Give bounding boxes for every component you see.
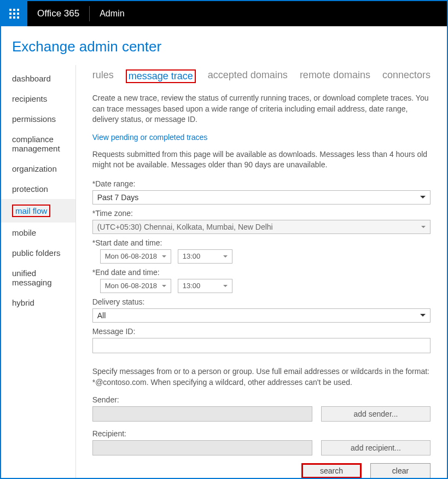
availability-note: Requests submitted from this page will b…	[92, 149, 430, 171]
message-id-label: Message ID:	[92, 327, 430, 336]
svg-rect-5	[17, 13, 19, 15]
sidebar-item-label: mail flow	[12, 205, 50, 217]
sidebar-item-compliance-management[interactable]: compliance management	[1, 129, 75, 159]
delivery-status-label: Delivery status:	[92, 297, 430, 306]
message-id-input[interactable]	[92, 338, 430, 353]
sidebar-item-mobile[interactable]: mobile	[1, 223, 75, 243]
svg-rect-8	[17, 16, 19, 19]
tab-remote-domains[interactable]: remote domains	[300, 69, 370, 83]
start-date-select[interactable]: Mon 06-08-2018	[100, 249, 171, 264]
svg-rect-2	[17, 9, 19, 11]
section-name[interactable]: Admin	[90, 9, 134, 19]
chevron-down-icon	[162, 285, 166, 287]
svg-rect-6	[9, 16, 11, 19]
sidebar-item-label: mobile	[12, 228, 36, 237]
date-range-value: Past 7 Days	[97, 193, 138, 202]
svg-rect-0	[9, 9, 11, 11]
recipient-box[interactable]	[92, 440, 312, 455]
sidebar-item-label: permissions	[12, 114, 56, 124]
date-range-select[interactable]: Past 7 Days	[92, 190, 430, 205]
app-launcher-icon[interactable]	[1, 1, 27, 26]
sidebar-item-dashboard[interactable]: dashboard	[1, 68, 75, 89]
filter-help-text: Specify messages from or to a person or …	[92, 366, 430, 388]
sidebar-item-permissions[interactable]: permissions	[1, 109, 75, 129]
product-name[interactable]: Office 365	[27, 6, 90, 21]
sidebar-item-label: compliance management	[12, 135, 60, 153]
sender-label: Sender:	[92, 395, 430, 404]
add-sender-button[interactable]: add sender...	[321, 406, 430, 422]
pending-traces-link[interactable]: View pending or completed traces	[92, 133, 208, 142]
end-date-value: Mon 06-08-2018	[105, 282, 157, 290]
clear-button[interactable]: clear	[370, 463, 430, 478]
sidebar-item-label: organization	[12, 164, 57, 173]
page-title: Exchange admin center	[1, 26, 447, 65]
time-zone-label: *Time zone:	[92, 209, 430, 218]
time-zone-select[interactable]: (UTC+05:30) Chennai, Kolkata, Mumbai, Ne…	[92, 220, 430, 234]
sidebar-item-label: hybrid	[12, 298, 34, 307]
date-range-label: *Date range:	[92, 179, 430, 188]
sidebar-item-recipients[interactable]: recipients	[1, 89, 75, 109]
end-time-select[interactable]: 13:00	[178, 279, 232, 293]
chevron-down-icon	[420, 196, 426, 198]
end-time-value: 13:00	[183, 282, 201, 290]
add-recipient-button[interactable]: add recipient...	[321, 440, 430, 455]
chevron-down-icon	[223, 285, 228, 287]
tab-message-trace[interactable]: message trace	[126, 69, 196, 83]
end-date-select[interactable]: Mon 06-08-2018	[100, 279, 171, 293]
intro-text: Create a new trace, review the status of…	[92, 93, 430, 125]
svg-rect-1	[13, 9, 15, 11]
start-time-select[interactable]: 13:00	[178, 249, 232, 264]
time-zone-value: (UTC+05:30) Chennai, Kolkata, Mumbai, Ne…	[97, 223, 273, 231]
recipient-label: Recipient:	[92, 429, 430, 438]
sidebar-item-label: unified messaging	[12, 268, 52, 287]
sidebar-item-protection[interactable]: protection	[1, 179, 75, 199]
sidebar: dashboardrecipientspermissionscompliance…	[1, 65, 76, 479]
sidebar-item-label: protection	[12, 184, 48, 194]
chevron-down-icon	[420, 314, 426, 317]
sidebar-item-hybrid[interactable]: hybrid	[1, 293, 75, 313]
start-date-value: Mon 06-08-2018	[105, 252, 157, 260]
tab-accepted-domains[interactable]: accepted domains	[208, 69, 288, 83]
main-content: rulesmessage traceaccepted domainsremote…	[76, 65, 447, 479]
start-datetime-label: *Start date and time:	[92, 238, 430, 247]
end-datetime-label: *End date and time:	[92, 268, 430, 277]
search-button[interactable]: search	[301, 463, 362, 478]
sidebar-item-label: recipients	[12, 94, 47, 103]
svg-rect-7	[13, 16, 15, 19]
delivery-status-select[interactable]: All	[92, 308, 430, 323]
top-bar: Office 365 Admin	[1, 1, 447, 26]
chevron-down-icon	[162, 255, 166, 258]
delivery-status-value: All	[97, 311, 106, 320]
sidebar-item-mail-flow[interactable]: mail flow	[1, 199, 75, 223]
chevron-down-icon	[223, 255, 228, 258]
svg-rect-3	[9, 13, 11, 15]
tab-connectors[interactable]: connectors	[382, 69, 430, 83]
sender-box[interactable]	[92, 406, 312, 422]
sidebar-item-public-folders[interactable]: public folders	[1, 243, 75, 263]
sidebar-item-unified-messaging[interactable]: unified messaging	[1, 263, 75, 293]
start-time-value: 13:00	[183, 252, 201, 260]
sidebar-item-label: dashboard	[12, 74, 51, 83]
sidebar-item-organization[interactable]: organization	[1, 159, 75, 179]
sidebar-item-label: public folders	[12, 248, 60, 258]
svg-rect-4	[13, 13, 15, 15]
tab-bar: rulesmessage traceaccepted domainsremote…	[92, 69, 430, 83]
tab-rules[interactable]: rules	[92, 69, 114, 83]
chevron-down-icon	[421, 226, 426, 228]
